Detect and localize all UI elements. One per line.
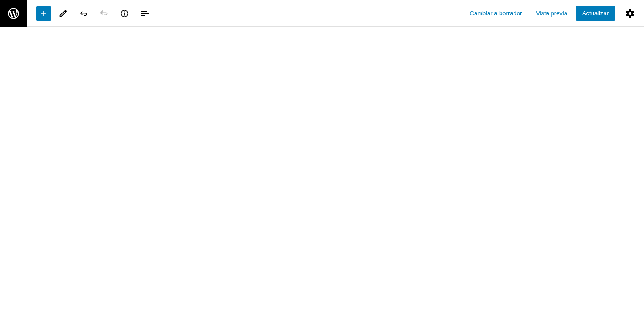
- settings-button[interactable]: [621, 4, 639, 23]
- toolbar-right: Cambiar a borrador Vista previa Actualiz…: [464, 4, 644, 23]
- top-toolbar: Cambiar a borrador Vista previa Actualiz…: [0, 0, 644, 27]
- info-icon: [119, 8, 130, 19]
- plus-icon: [38, 8, 49, 19]
- toolbar-left: [27, 5, 153, 22]
- update-button[interactable]: Actualizar: [576, 6, 615, 21]
- preview-button[interactable]: Vista previa: [530, 6, 573, 20]
- undo-button[interactable]: [75, 5, 92, 22]
- outline-icon: [139, 8, 150, 19]
- switch-to-draft-button[interactable]: Cambiar a borrador: [464, 6, 528, 20]
- editor-area: Página de contacto Gravity Forms Select …: [0, 27, 644, 69]
- add-block-button[interactable]: [36, 6, 51, 21]
- pencil-icon: [58, 8, 68, 19]
- redo-icon: [98, 8, 110, 19]
- gear-icon: [625, 8, 635, 19]
- info-button[interactable]: [116, 5, 133, 22]
- outline-button[interactable]: [137, 5, 153, 22]
- edit-tool-button[interactable]: [55, 5, 72, 22]
- redo-button[interactable]: [96, 5, 112, 22]
- undo-icon: [78, 8, 89, 19]
- wordpress-logo[interactable]: [0, 0, 27, 27]
- wordpress-icon: [7, 7, 20, 20]
